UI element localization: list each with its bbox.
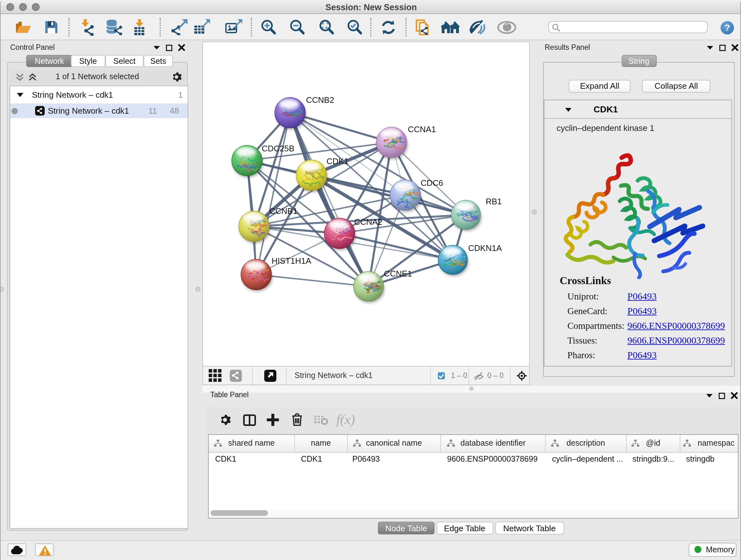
svg-text:CCNB1: CCNB1 [269, 206, 297, 216]
svg-text:CCNE1: CCNE1 [384, 269, 412, 278]
svg-text:RB1: RB1 [485, 197, 502, 206]
svg-text:CDC6: CDC6 [420, 178, 443, 188]
svg-text:CCNA1: CCNA1 [408, 125, 435, 134]
svg-text:CCNB2: CCNB2 [306, 95, 334, 105]
svg-text:CDK1: CDK1 [326, 157, 348, 166]
svg-text:CDC25B: CDC25B [261, 144, 294, 153]
svg-text:CDKN1A: CDKN1A [468, 243, 502, 253]
svg-text:CCNA2: CCNA2 [354, 217, 382, 227]
svg-text:HIST1H1A: HIST1H1A [271, 256, 311, 266]
